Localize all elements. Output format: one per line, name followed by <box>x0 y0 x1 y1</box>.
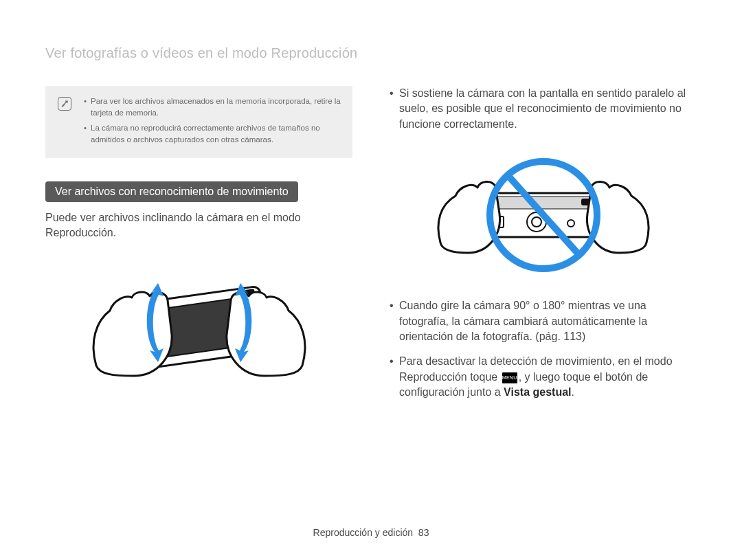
right-column: Si sostiene la cámara con la pantalla en… <box>390 86 697 414</box>
note-item: La cámara no reproducirá correctamente a… <box>84 122 341 146</box>
bullet3-post: . <box>572 386 574 398</box>
note-item: Para ver los archivos almacenados en la … <box>84 96 341 120</box>
svg-point-10 <box>567 220 574 227</box>
note-box: Para ver los archivos almacenados en la … <box>45 86 352 158</box>
bullet-disable-motion: Para desactivar la detección de movimien… <box>390 354 697 400</box>
left-column: Para ver los archivos almacenados en la … <box>45 86 352 414</box>
footer-page: 83 <box>418 527 429 538</box>
footer-section: Reproducción y edición <box>313 527 414 538</box>
illustration-tilt <box>45 259 352 396</box>
section-heading: Ver archivos con reconocimiento de movim… <box>45 181 298 202</box>
page-title: Ver fotografías o vídeos en el modo Repr… <box>45 45 697 61</box>
illustration-prohibited <box>390 150 697 280</box>
note-icon <box>58 97 71 111</box>
bullet-parallel-warning: Si sostiene la cámara con la pantalla en… <box>390 86 697 132</box>
page-footer: Reproducción y edición 83 <box>0 527 742 538</box>
bullet-rotate: Cuando gire la cámara 90° o 180° mientra… <box>390 298 697 344</box>
menu-icon: MENU <box>502 372 517 383</box>
svg-point-7 <box>532 217 541 227</box>
bullet3-bold: Vista gestual <box>504 386 571 398</box>
section-body: Puede ver archivos inclinando la cámara … <box>45 210 352 241</box>
